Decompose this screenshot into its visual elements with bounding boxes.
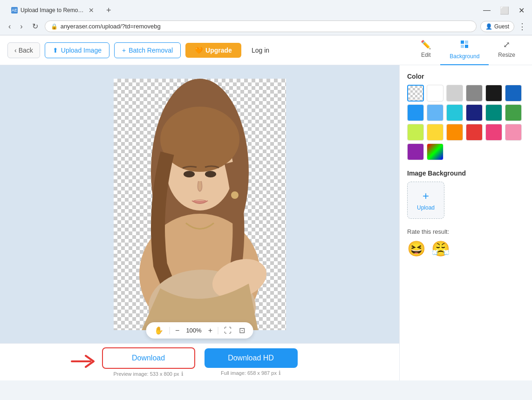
zoom-in-button[interactable]: + (205, 325, 215, 336)
back-button[interactable]: ‹ Back (7, 42, 40, 58)
color-section: Color (407, 73, 525, 160)
back-label: Back (19, 47, 33, 54)
upload-label: Upload Image (61, 47, 102, 54)
color-blue[interactable] (407, 104, 424, 121)
edit-icon: ✏️ (421, 40, 431, 50)
browser-tab[interactable]: AE Upload Image to Remove B... ✕ (5, 4, 101, 17)
divider (169, 327, 170, 334)
upgrade-button[interactable]: 🧡 Upgrade (185, 43, 241, 58)
color-grid (407, 85, 525, 160)
tab-close-btn[interactable]: ✕ (89, 7, 94, 14)
fit-screen-button[interactable]: ⛶ (221, 325, 234, 336)
color-section-label: Color (407, 73, 525, 80)
zoom-level: 100% (184, 327, 203, 334)
color-orange[interactable] (446, 124, 463, 141)
upload-icon: ⬆ (53, 47, 58, 54)
batch-removal-button[interactable]: + Batch Removal (114, 42, 181, 58)
color-purple[interactable] (407, 143, 424, 160)
svg-rect-1 (465, 41, 468, 44)
color-red[interactable] (466, 124, 483, 141)
maximize-button[interactable]: ⬜ (497, 5, 512, 16)
color-light-gray[interactable] (446, 85, 463, 102)
image-container (114, 79, 286, 330)
address-bar: ‹ › ↻ 🔒 anyeraser.com/upload/?td=removeb… (0, 18, 532, 35)
download-section: Download Preview image: 533 x 800 px ℹ (102, 347, 195, 377)
color-teal[interactable] (446, 104, 463, 121)
color-lime[interactable] (407, 124, 424, 141)
color-teal-dark[interactable] (485, 104, 502, 121)
svg-rect-0 (461, 41, 464, 44)
svg-point-11 (184, 171, 195, 177)
color-gray[interactable] (466, 85, 483, 102)
download-bar: Download Preview image: 533 x 800 px ℹ D… (0, 343, 399, 380)
color-blue-dark[interactable] (505, 85, 522, 102)
color-navy[interactable] (466, 104, 483, 121)
refresh-button[interactable]: ↻ (29, 21, 41, 32)
batch-label: Batch Removal (129, 47, 173, 54)
happy-emoji-button[interactable]: 😆 (407, 240, 426, 258)
download-preview-area: Download Preview image: 533 x 800 px ℹ (102, 347, 195, 377)
image-upload-button[interactable]: + Upload (407, 182, 444, 219)
preview-label: Preview image: 533 x 800 px (113, 371, 179, 377)
close-window-button[interactable]: ✕ (516, 5, 527, 16)
color-gradient[interactable] (427, 143, 443, 160)
tab-edit[interactable]: ✏️ Edit (411, 35, 440, 65)
forward-nav-button[interactable]: › (17, 21, 25, 32)
new-tab-button[interactable]: + (102, 4, 115, 17)
crop-tool-button[interactable]: ⊡ (236, 325, 248, 336)
color-pink[interactable] (485, 124, 502, 141)
color-black[interactable] (485, 85, 502, 102)
upload-image-button[interactable]: ⬆ Upload Image (45, 42, 109, 58)
download-hd-button[interactable]: Download HD (205, 348, 298, 368)
download-button[interactable]: Download (102, 347, 195, 369)
pan-tool-button[interactable]: ✋ (151, 325, 166, 336)
upgrade-label: Upgrade (205, 47, 232, 54)
login-button[interactable]: Log in (246, 43, 275, 58)
portrait-svg (114, 79, 286, 330)
info-icon2: ℹ (279, 370, 281, 376)
plus-icon: + (122, 47, 126, 54)
preview-size-text: Preview image: 533 x 800 px ℹ (113, 371, 183, 377)
info-icon: ℹ (181, 371, 184, 377)
full-label: Full image: 658 x 987 px (221, 370, 277, 376)
lock-icon: 🔒 (51, 23, 58, 30)
guest-label: Guest (494, 23, 509, 30)
tab-title: Upload Image to Remove B... (20, 7, 86, 14)
red-arrow-icon (69, 352, 97, 371)
color-transparent[interactable] (407, 85, 424, 102)
angry-emoji-button[interactable]: 😤 (431, 240, 450, 258)
color-white[interactable] (427, 85, 443, 102)
edit-label: Edit (421, 52, 431, 58)
svg-rect-2 (461, 45, 464, 48)
tool-tabs: ✏️ Edit Background ⤢ Resize (411, 35, 525, 65)
browser-menu-button[interactable]: ⋮ (518, 21, 526, 32)
download-hd-area: Download HD Full image: 658 x 987 px ℹ (205, 348, 298, 376)
full-size-text: Full image: 658 x 987 px ℹ (221, 370, 281, 376)
rate-label: Rate this result: (407, 228, 525, 235)
guest-button[interactable]: 👤 Guest (480, 21, 514, 32)
back-nav-button[interactable]: ‹ (6, 21, 14, 32)
svg-point-10 (231, 191, 239, 199)
color-green[interactable] (505, 104, 522, 121)
rate-section: Rate this result: 😆 😤 (407, 228, 525, 258)
arrow-wrapper (69, 352, 97, 373)
app-header: ‹ Back ⬆ Upload Image + Batch Removal 🧡 … (0, 35, 532, 65)
browser-chrome: AE Upload Image to Remove B... ✕ + — ⬜ ✕… (0, 0, 532, 35)
image-background-section: Image Background + Upload (407, 169, 525, 219)
url-text: anyeraser.com/upload/?td=removebg (61, 23, 161, 30)
tab-background[interactable]: Background (440, 35, 489, 65)
tab-resize[interactable]: ⤢ Resize (489, 35, 525, 65)
zoom-controls: ✋ − 100% + ⛶ ⊡ (146, 322, 253, 339)
url-input[interactable]: 🔒 anyeraser.com/upload/?td=removebg (45, 20, 477, 32)
color-blue-light[interactable] (427, 104, 443, 121)
guest-icon: 👤 (485, 23, 492, 30)
color-light-pink[interactable] (505, 124, 522, 141)
emoji-row: 😆 😤 (407, 240, 525, 258)
minimize-button[interactable]: — (480, 5, 493, 15)
main-layout: ✋ − 100% + ⛶ ⊡ Download (0, 65, 532, 380)
color-yellow[interactable] (427, 124, 443, 141)
resize-icon: ⤢ (503, 40, 510, 50)
plus-upload-icon: + (423, 190, 429, 203)
zoom-out-button[interactable]: − (172, 325, 182, 336)
upload-image-label: Upload (417, 204, 435, 211)
